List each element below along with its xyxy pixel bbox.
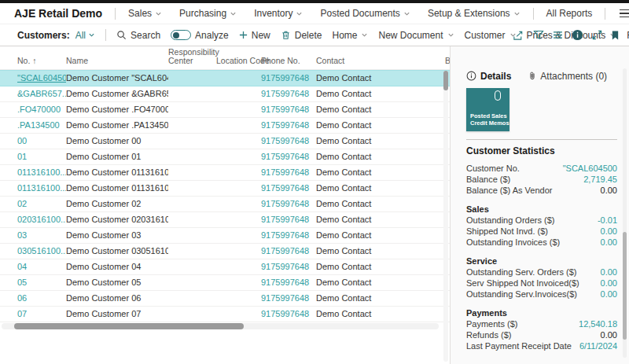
phone-no-cell[interactable]: 9175997648: [261, 259, 316, 274]
stat-value[interactable]: 0.00: [601, 268, 617, 277]
phone-no-cell[interactable]: 9175997648: [261, 102, 316, 117]
column-header-location-code[interactable]: Location Code: [216, 57, 261, 69]
toolbar-menu-new-document[interactable]: New Document: [378, 30, 454, 41]
table-row[interactable]: 07Demo Customer 079175997648Demo Contact: [0, 307, 450, 322]
nav-item-setup-extensions[interactable]: Setup & Extensions: [428, 8, 520, 19]
nav-item-inventory[interactable]: Inventory: [254, 8, 303, 19]
stat-value[interactable]: 12,540.18: [579, 320, 617, 329]
toggle-knob: [173, 32, 179, 39]
table-row[interactable]: .PA134500Demo Customer .PA13450091759976…: [0, 118, 450, 134]
customer-no-cell: 011316100...: [0, 165, 66, 180]
stat-value[interactable]: 0.00: [601, 290, 617, 299]
bookmark-button[interactable]: [611, 30, 620, 41]
menu-icon[interactable]: [618, 8, 629, 20]
list-view-button[interactable]: [553, 31, 563, 39]
filter-button[interactable]: [533, 30, 544, 40]
table-row[interactable]: &GABR657...Demo Customer &GABR6571009175…: [0, 86, 450, 102]
table-row[interactable]: 04Demo Customer 049175997648Demo Contact: [0, 259, 450, 275]
column-header-contact[interactable]: Contact: [316, 57, 381, 69]
stat-value[interactable]: 2,719.45: [583, 175, 617, 184]
new-button[interactable]: New: [239, 30, 270, 41]
column-header-name[interactable]: Name: [66, 57, 168, 69]
phone-no-cell[interactable]: 9175997648: [261, 212, 316, 227]
customer-no-link[interactable]: .PA134500: [17, 118, 60, 133]
stat-value[interactable]: 0.00: [601, 279, 617, 288]
customer-no-link[interactable]: 07: [17, 307, 27, 322]
factbox-scrollbar[interactable]: [623, 68, 627, 358]
customer-no-link[interactable]: .FO470000: [17, 102, 61, 117]
posted-sales-credit-memos-tile[interactable]: Posted Sales Credit Memos: [466, 88, 509, 131]
table-row[interactable]: "SCAL604500⋮Demo Customer "SCAL604500917…: [0, 70, 450, 86]
table-row[interactable]: 030516100...Demo Customer 03051610000049…: [0, 244, 450, 259]
phone-no-cell[interactable]: 9175997648: [261, 165, 316, 180]
stat-value[interactable]: 0.00: [601, 238, 617, 247]
stat-value[interactable]: 6/11/2024: [579, 342, 617, 351]
customer-no-link[interactable]: &GABR657...: [17, 86, 66, 101]
fullscreen-button[interactable]: [592, 30, 602, 40]
customer-no-link[interactable]: 05: [17, 275, 27, 290]
customer-no-link[interactable]: 01: [17, 149, 27, 164]
customer-no-link[interactable]: 020316100...: [17, 212, 66, 227]
customer-no-link[interactable]: 04: [17, 259, 27, 274]
tab-attachments[interactable]: Attachments (0): [528, 71, 607, 82]
table-row[interactable]: .FO470000Demo Customer .FO47000091759976…: [0, 102, 450, 118]
stat-value[interactable]: 0.00: [601, 227, 617, 236]
phone-no-cell[interactable]: 9175997648: [261, 197, 316, 211]
phone-no-cell[interactable]: 9175997648: [261, 291, 316, 306]
horizontal-scrollbar[interactable]: [2, 323, 439, 329]
phone-no-cell[interactable]: 9175997648: [261, 86, 316, 101]
table-row[interactable]: 02Demo Customer 029175997648Demo Contact: [0, 197, 450, 212]
table-row[interactable]: 011316100...Demo Customer 01131610000019…: [0, 165, 450, 181]
table-row[interactable]: 020316100...Demo Customer 02031610000039…: [0, 212, 450, 228]
delete-button[interactable]: Delete: [281, 30, 322, 41]
customer-no-link[interactable]: 06: [17, 291, 27, 306]
customer-no-link[interactable]: 03: [17, 228, 27, 243]
vertical-scrollbar-thumb[interactable]: [443, 71, 448, 90]
nav-item-sales[interactable]: Sales: [128, 8, 162, 19]
phone-no-cell[interactable]: 9175997648: [261, 181, 316, 196]
table-row[interactable]: 00Demo Customer 009175997648Demo Contact: [0, 134, 450, 149]
stat-value[interactable]: -0.01: [598, 216, 617, 225]
info-pane-button[interactable]: [572, 29, 583, 41]
nav-item-label: Setup & Extensions: [428, 8, 510, 19]
phone-no-cell[interactable]: 9175997648: [261, 228, 316, 243]
phone-no-cell[interactable]: 9175997648: [261, 275, 316, 290]
view-filter-dropdown[interactable]: All: [75, 30, 95, 41]
nav-item-purchasing[interactable]: Purchasing: [179, 8, 237, 19]
table-row[interactable]: 01Demo Customer 019175997648Demo Contact: [0, 149, 450, 165]
responsibility-center-cell: [168, 118, 216, 133]
horizontal-scrollbar-thumb[interactable]: [14, 323, 244, 329]
customer-no-link[interactable]: "SCAL604500: [17, 71, 66, 86]
tab-details[interactable]: Details: [466, 71, 511, 82]
phone-no-cell[interactable]: 9175997648: [261, 134, 316, 149]
column-header-responsibility-center[interactable]: Responsibility Center: [168, 48, 216, 69]
phone-no-cell[interactable]: 9175997648: [261, 71, 316, 86]
phone-no-cell[interactable]: 9175997648: [261, 149, 316, 164]
customer-no-link[interactable]: 030516100...: [17, 244, 66, 259]
table-row[interactable]: 05Demo Customer 059175997648Demo Contact: [0, 275, 450, 291]
toolbar-menu-customer[interactable]: Customer: [465, 30, 517, 41]
factbox-scrollbar-thumb[interactable]: [623, 232, 627, 340]
stat-value[interactable]: "SCAL604500: [563, 164, 617, 173]
analyze-toggle[interactable]: [171, 30, 191, 40]
nav-item-posted-documents[interactable]: Posted Documents: [320, 8, 410, 19]
toolbar-menu-home[interactable]: Home: [332, 30, 368, 41]
customer-no-link[interactable]: 011316100...: [17, 165, 66, 180]
phone-no-cell[interactable]: 9175997648: [261, 244, 316, 259]
table-row[interactable]: 06Demo Customer 069175997648Demo Contact: [0, 291, 450, 307]
column-header-no[interactable]: No.↑: [0, 57, 66, 69]
search-button[interactable]: Search: [116, 30, 160, 41]
customer-no-link[interactable]: 011316100...: [17, 181, 66, 196]
column-header-phone-no[interactable]: Phone No.: [261, 57, 316, 69]
vertical-scrollbar[interactable]: [443, 71, 448, 362]
company-title[interactable]: AJE Retail Demo: [14, 7, 102, 20]
nav-item-all-reports[interactable]: All Reports: [546, 8, 593, 19]
column-header-balance[interactable]: Balance: [381, 57, 451, 69]
share-button[interactable]: [513, 30, 524, 41]
table-row[interactable]: 03Demo Customer 039175997648Demo Contact: [0, 228, 450, 244]
customer-no-link[interactable]: 02: [17, 197, 27, 211]
phone-no-cell[interactable]: 9175997648: [261, 307, 316, 322]
table-row[interactable]: 011316100...Demo Customer 01131610000029…: [0, 181, 450, 197]
phone-no-cell[interactable]: 9175997648: [261, 118, 316, 133]
customer-no-link[interactable]: 00: [17, 134, 27, 149]
